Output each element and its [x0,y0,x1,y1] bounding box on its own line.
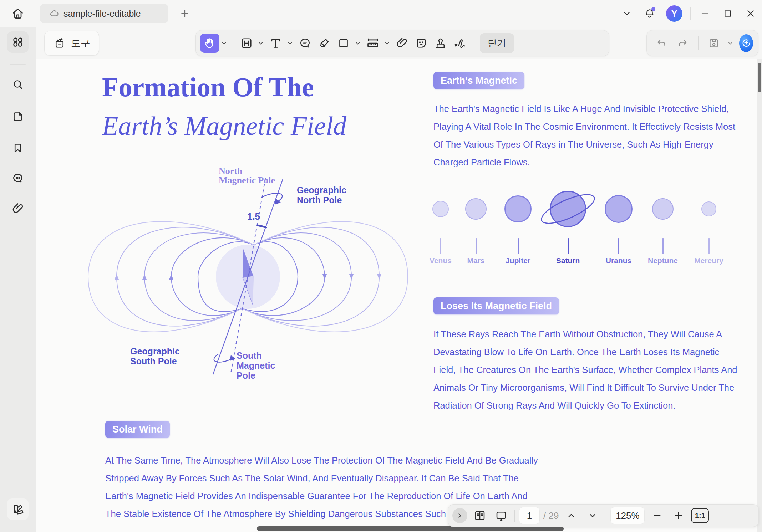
measure-tool-dropdown[interactable] [382,36,392,50]
text-line: Animals Or Tiny Microorganisms, Will Fin… [433,379,737,397]
right-panel-divider [698,36,698,50]
planet-tick [440,238,441,254]
search-icon [11,78,24,91]
bottombar-divider [514,510,515,522]
hand-tool-button[interactable] [200,34,219,53]
north-magnetic-pole-label-l2: Magnetic Pole [219,175,275,185]
toolbar-divider [233,36,233,50]
presentation-icon [495,509,508,522]
planet-tick [518,238,519,254]
planet-label: Jupiter [506,256,530,265]
planet-uranus: Uranus [595,189,642,265]
zoom-out-button[interactable] [648,507,666,525]
north-magnetic-pole-label-l1: North [219,166,243,176]
planet-tick [708,238,710,254]
sidebar-search-button[interactable] [7,74,29,95]
sidebar-comments-button[interactable] [7,168,29,189]
page-navigation-bar: 1 / 29 125% 1:1 [448,504,759,527]
chevron-down-icon [622,9,632,19]
zoom-in-button[interactable] [670,507,687,525]
section-badge-solar-wind: Solar Wind [105,421,170,438]
hand-tool-dropdown[interactable] [219,36,229,50]
close-toolbar-label: 닫기 [488,37,506,50]
maximize-button[interactable] [716,2,739,25]
two-page-view-icon [473,509,486,522]
shape-tool-dropdown[interactable] [353,36,362,50]
notifications-button[interactable] [638,2,661,25]
document-canvas[interactable]: Formation Of The Earth’s Magnetic Field [36,59,757,532]
text-tool-dropdown[interactable] [285,36,295,50]
text-line: At The Same Time, The Atmosphere Will Al… [105,451,538,469]
document-title: Formation Of The Earth’s Magnetic Field [102,68,346,145]
sidebar [0,27,36,532]
close-toolbar-button[interactable]: 닫기 [480,33,514,53]
titlebar-right: Y [615,0,762,27]
next-page-button[interactable] [584,507,601,525]
previous-page-button[interactable] [562,507,580,525]
page-number-input[interactable]: 1 [519,507,540,524]
planet-neptune: Neptune [640,189,686,265]
heading-tool-button[interactable] [237,34,256,53]
planet-jupiter: Jupiter [495,189,541,265]
presentation-mode-button[interactable] [492,507,510,525]
text-line: Field, The Creatures On The Earth's Surf… [433,361,737,379]
highlighter-tool-button[interactable] [315,34,334,53]
shape-tool-button[interactable] [334,34,353,53]
sidebar-attachments-button[interactable] [7,198,29,219]
text-line: Stripped Away By Forces Such As The Sola… [105,469,538,487]
geographic-north-pole-label-l2: North Pole [297,195,342,205]
planet-circle [605,195,633,223]
sidebar-pages-button[interactable] [7,106,29,127]
hand-icon [203,37,216,50]
close-window-button[interactable] [739,2,762,25]
heading-tool-dropdown[interactable] [256,36,265,50]
planet-label: Saturn [556,256,580,265]
south-magnetic-pole-label-l3: Pole [237,370,255,380]
home-icon [11,7,25,20]
ai-assistant-button[interactable] [739,34,753,52]
toolbox-icon [53,37,66,50]
toolbar-row: 도구 [0,27,762,59]
planet-saturn: Saturn [545,189,591,265]
new-tab-button[interactable] [178,6,192,21]
sidebar-bookmarks-button[interactable] [7,137,29,159]
signature-tool-button[interactable] [450,34,469,53]
planet-circle [652,198,674,220]
sidebar-palette-button[interactable] [7,498,29,520]
planet-circle [701,201,716,216]
vertical-scrollbar-thumb[interactable] [758,63,761,92]
minimize-button[interactable] [694,2,716,25]
undo-button[interactable] [652,34,671,53]
sticker-tool-button[interactable] [412,34,431,53]
expand-panel-button[interactable] [452,508,467,523]
stamp-tool-button[interactable] [431,34,450,53]
planet-label: Uranus [606,256,631,265]
measure-tool-button[interactable] [363,34,382,53]
notification-dot [651,7,655,11]
save-button[interactable] [704,34,723,53]
section-badge-loses-field: Loses Its Magnetic Field [433,297,559,314]
axis-angle-value: 1.5 [247,211,260,222]
attachment-tool-button[interactable] [392,34,412,53]
geographic-south-pole-label-l1: Geographic [130,346,180,356]
planet-label: Mercury [694,256,723,265]
annotation-toolbar: 닫기 [195,30,609,56]
tools-menu-button[interactable]: 도구 [44,31,99,56]
comment-tool-button[interactable] [295,34,315,53]
tab-list-button[interactable] [615,2,638,25]
avatar[interactable]: Y [666,5,682,22]
titlebar-divider [690,7,691,20]
zoom-level-input[interactable]: 125% [610,507,645,524]
save-dropdown[interactable] [726,36,735,50]
text-line: Of The Various Types Of Rays in The Univ… [433,135,735,153]
home-button[interactable] [9,4,27,23]
sidebar-apps-button[interactable] [7,31,29,53]
text-line: Earth's Magnetic Field Provides An Indis… [105,487,538,505]
redo-button[interactable] [673,34,692,53]
page-count-label: / 29 [543,510,559,521]
text-tool-button[interactable] [266,34,285,53]
document-tab[interactable]: sample-file-editable [40,4,168,23]
page-layout-button[interactable] [471,507,489,525]
vertical-scrollbar-track[interactable] [757,59,762,532]
actual-size-button[interactable]: 1:1 [691,508,709,523]
